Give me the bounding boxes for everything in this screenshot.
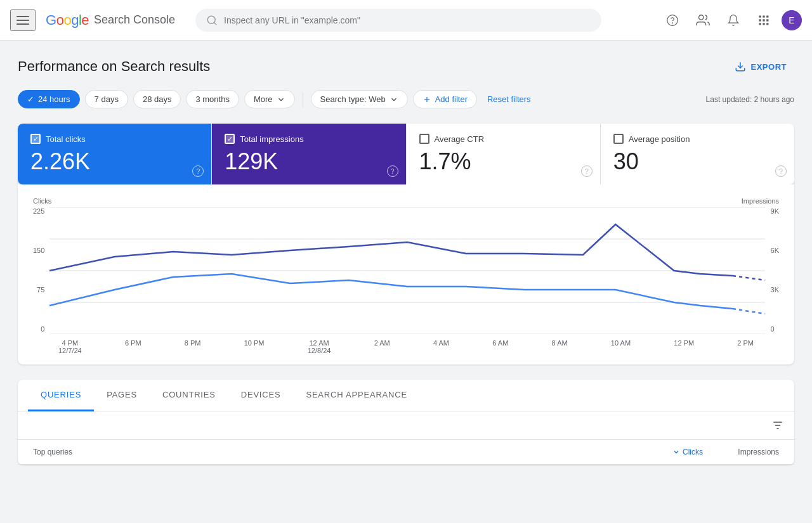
svg-point-2 [667,15,678,25]
notifications-button[interactable] [721,8,746,33]
chevron-down-icon [277,95,285,104]
page-title: Performance on Search results [18,58,210,75]
x-axis-labels: 4 PM 12/7/24 6 PM 8 PM 10 PM 12 AM 12/8/… [33,339,779,354]
x-label-3: 10 PM [244,339,265,354]
metrics-row: Total clicks 2.26K ? Total impressions 1… [18,124,794,184]
reset-filters-button[interactable]: Reset filters [482,91,536,108]
svg-rect-9 [763,19,764,21]
filter-bar: ✓ 24 hours 7 days 28 days 3 months More … [18,90,794,108]
admin-icon [696,13,710,27]
ctr-help-icon[interactable]: ? [581,165,593,177]
search-icon [206,15,218,26]
metric-avg-position[interactable]: Average position 30 ? [601,124,794,184]
svg-rect-11 [759,23,761,25]
x-label-0: 4 PM 12/7/24 [58,339,82,354]
main-content: Performance on Search results EXPORT ✓ 2… [0,41,812,480]
svg-line-1 [214,22,216,24]
chart-svg [49,207,765,334]
tab-pages[interactable]: PAGES [94,380,150,411]
x-label-7: 6 AM [492,339,508,354]
filter-lines-icon [771,419,784,432]
nav-right-icons: E [660,8,802,33]
download-icon [735,61,746,72]
tabs-section: QUERIES PAGES COUNTRIES DEVICES SEARCH A… [18,380,794,465]
col-header-queries: Top queries [33,448,627,456]
filter-more[interactable]: More [244,90,295,108]
product-name: Search Console [94,13,175,27]
search-bar-container [195,9,601,32]
add-filter-button[interactable]: Add filter [413,90,477,108]
filter-separator [303,92,303,107]
impressions-line [49,224,733,276]
tab-devices[interactable]: DEVICES [228,380,294,411]
tab-toolbar [18,411,794,440]
logo-link[interactable]: Google Search Console [46,12,175,29]
y-axis-right: 9K 6K 3K 0 [766,207,779,334]
svg-rect-6 [763,15,764,17]
page-header: Performance on Search results EXPORT [18,56,794,77]
chart-right-axis-label: Impressions [742,197,779,205]
clicks-help-icon[interactable]: ? [192,165,204,177]
position-help-icon[interactable]: ? [775,165,787,177]
table-header: Top queries Clicks Impressions [18,440,794,465]
filter-3months[interactable]: 3 months [186,90,239,108]
x-label-5: 2 AM [374,339,390,354]
avatar-button[interactable]: E [782,10,802,30]
top-navigation: Google Search Console [0,0,812,41]
export-button[interactable]: EXPORT [727,56,794,77]
svg-rect-10 [766,19,768,21]
clicks-dotted-line [733,309,765,314]
bell-icon [727,14,740,27]
svg-rect-7 [766,15,768,17]
filter-7days[interactable]: 7 days [85,90,128,108]
last-updated-text: Last updated: 2 hours ago [706,95,794,104]
impressions-help-icon[interactable]: ? [387,165,398,177]
sort-filter-button[interactable] [771,419,784,432]
ctr-checkbox [419,134,429,144]
clicks-checkbox [30,134,41,144]
clicks-line [49,274,733,309]
col-header-clicks[interactable]: Clicks [627,448,703,456]
y-axis-left: 225 150 75 0 [33,207,49,334]
x-label-6: 4 AM [433,339,449,354]
search-bar [195,9,601,32]
google-logo: Google [46,12,89,29]
col-header-impressions: Impressions [703,448,779,456]
x-label-9: 10 AM [611,339,631,354]
metrics-chart-card: Total clicks 2.26K ? Total impressions 1… [18,124,794,365]
apps-icon [757,14,770,27]
hamburger-menu-button[interactable] [10,10,36,31]
filter-28days[interactable]: 28 days [133,90,181,108]
svg-rect-13 [766,23,768,25]
x-label-10: 12 PM [674,339,694,354]
tab-queries[interactable]: QUERIES [28,380,94,411]
admin-button[interactable] [690,8,716,33]
metric-total-clicks[interactable]: Total clicks 2.26K ? [18,124,212,184]
search-input[interactable] [224,15,591,25]
tab-countries[interactable]: COUNTRIES [150,380,228,411]
x-label-2: 8 PM [185,339,201,354]
help-icon [666,14,679,27]
svg-point-4 [699,15,704,19]
metric-total-impressions[interactable]: Total impressions 129K ? [212,124,406,184]
filter-24hours[interactable]: ✓ 24 hours [18,90,80,108]
metric-avg-ctr[interactable]: Average CTR 1.7% ? [407,124,601,184]
apps-button[interactable] [751,8,776,33]
tab-search-appearance[interactable]: SEARCH APPEARANCE [293,380,420,411]
svg-rect-5 [759,15,761,17]
svg-point-3 [672,22,673,23]
impressions-checkbox [225,134,235,144]
search-type-filter[interactable]: Search type: Web [311,90,408,108]
x-label-8: 8 AM [552,339,568,354]
chart-svg-wrapper [49,207,765,334]
x-label-1: 6 PM [125,339,141,354]
chart-container: Clicks Impressions 225 150 75 0 [18,184,794,365]
chart-area: 225 150 75 0 [33,207,779,334]
impressions-dotted-line [733,276,765,280]
plus-icon [422,95,431,104]
x-label-11: 2 PM [737,339,754,354]
help-button[interactable] [660,8,685,33]
position-checkbox [613,134,624,144]
svg-rect-12 [763,23,764,25]
svg-rect-8 [759,19,761,21]
